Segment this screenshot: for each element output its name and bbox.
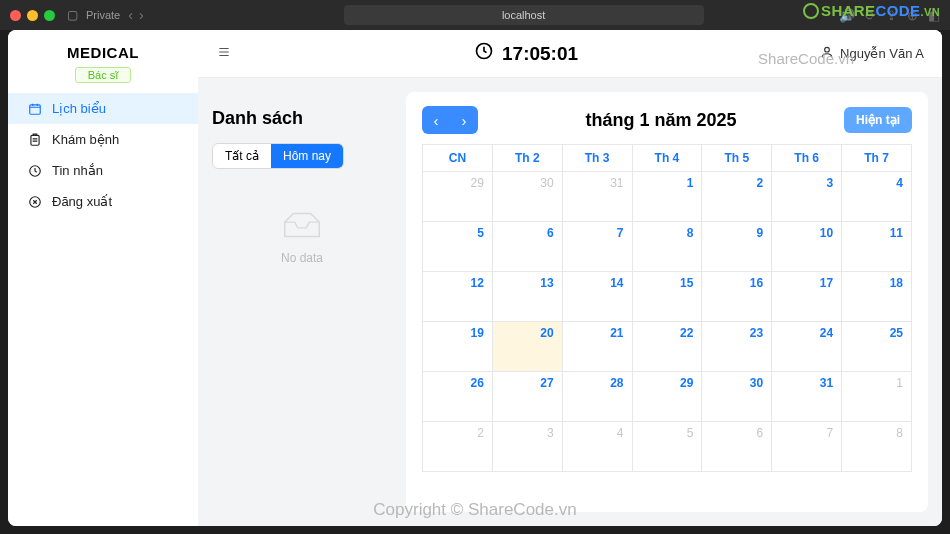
empty-state: No data [212, 209, 392, 265]
calendar-dow: Th 6 [772, 145, 842, 172]
user-name: Nguyễn Văn A [840, 46, 924, 61]
calendar-dow: Th 4 [632, 145, 702, 172]
calendar-day[interactable]: 6 [702, 422, 772, 472]
calendar-day[interactable]: 30 [702, 372, 772, 422]
calendar-day[interactable]: 28 [562, 372, 632, 422]
today-button[interactable]: Hiện tại [844, 107, 912, 133]
sidebar-item-logout[interactable]: Đăng xuất [8, 186, 198, 217]
calendar-day[interactable]: 19 [423, 322, 493, 372]
calendar-day[interactable]: 9 [702, 222, 772, 272]
calendar-day[interactable]: 6 [492, 222, 562, 272]
sidebar-item-label: Đăng xuất [52, 194, 112, 209]
calendar-day[interactable]: 11 [842, 222, 912, 272]
next-month-button[interactable]: › [450, 106, 478, 134]
calendar-day[interactable]: 4 [562, 422, 632, 472]
calendar-day[interactable]: 2 [702, 172, 772, 222]
sidebar-item-label: Khám bệnh [52, 132, 119, 147]
calendar-day[interactable]: 30 [492, 172, 562, 222]
calendar-dow: CN [423, 145, 493, 172]
calendar-day[interactable]: 1 [632, 172, 702, 222]
svg-point-5 [825, 47, 830, 52]
calendar-day[interactable]: 8 [632, 222, 702, 272]
role-badge: Bác sĩ [75, 67, 131, 83]
clock-time: 17:05:01 [502, 43, 578, 65]
sharecode-logo: SHARECODE.VN [803, 2, 940, 19]
calendar-day[interactable]: 5 [632, 422, 702, 472]
filter-all-button[interactable]: Tất cả [213, 144, 271, 168]
user-icon [820, 45, 834, 62]
calendar-day[interactable]: 26 [423, 372, 493, 422]
calendar-day[interactable]: 13 [492, 272, 562, 322]
minimize-window-icon[interactable] [27, 10, 38, 21]
logout-icon [28, 195, 42, 209]
main-area: 17:05:01 Nguyễn Văn A Danh sách Tất cả H… [198, 30, 942, 526]
svg-rect-1 [31, 135, 39, 145]
calendar-day[interactable]: 2 [423, 422, 493, 472]
empty-text: No data [212, 251, 392, 265]
calendar-dow: Th 5 [702, 145, 772, 172]
calendar-day[interactable]: 25 [842, 322, 912, 372]
sidebar-toggle-icon[interactable]: ▢ [67, 8, 78, 22]
calendar-day[interactable]: 7 [562, 222, 632, 272]
menu-toggle-icon[interactable] [216, 45, 232, 62]
sidebar-item-messages[interactable]: Tin nhắn [8, 155, 198, 186]
calendar-day[interactable]: 7 [772, 422, 842, 472]
list-filter-segment: Tất cả Hôm nay [212, 143, 344, 169]
back-icon[interactable]: ‹ [128, 7, 133, 23]
clock-icon [474, 41, 494, 66]
calendar-day[interactable]: 1 [842, 372, 912, 422]
list-pane: Danh sách Tất cả Hôm nay No data [212, 92, 392, 512]
calendar-day[interactable]: 29 [632, 372, 702, 422]
calendar-day[interactable]: 15 [632, 272, 702, 322]
user-menu[interactable]: Nguyễn Văn A [820, 45, 924, 62]
svg-rect-0 [30, 104, 41, 113]
maximize-window-icon[interactable] [44, 10, 55, 21]
calendar-day[interactable]: 31 [562, 172, 632, 222]
calendar-day[interactable]: 14 [562, 272, 632, 322]
calendar-day[interactable]: 4 [842, 172, 912, 222]
address-bar[interactable]: localhost [344, 5, 704, 25]
content: Danh sách Tất cả Hôm nay No data [198, 78, 942, 526]
calendar-nav: ‹ › [422, 106, 478, 134]
calendar-dow: Th 3 [562, 145, 632, 172]
forward-icon[interactable]: › [139, 7, 144, 23]
topbar: 17:05:01 Nguyễn Văn A [198, 30, 942, 78]
filter-today-button[interactable]: Hôm nay [271, 144, 343, 168]
calendar-day[interactable]: 8 [842, 422, 912, 472]
prev-month-button[interactable]: ‹ [422, 106, 450, 134]
calendar-day[interactable]: 21 [562, 322, 632, 372]
calendar-day[interactable]: 3 [492, 422, 562, 472]
private-label: Private [86, 9, 120, 21]
month-title: tháng 1 năm 2025 [478, 110, 844, 131]
calendar-dow: Th 7 [842, 145, 912, 172]
list-title: Danh sách [212, 108, 392, 129]
calendar-day[interactable]: 10 [772, 222, 842, 272]
calendar-card: ‹ › tháng 1 năm 2025 Hiện tại CNTh 2Th 3… [406, 92, 928, 512]
calendar-day[interactable]: 24 [772, 322, 842, 372]
close-window-icon[interactable] [10, 10, 21, 21]
calendar-day[interactable]: 16 [702, 272, 772, 322]
calendar-day[interactable]: 31 [772, 372, 842, 422]
sidebar-item-label: Lịch biểu [52, 101, 106, 116]
calendar-day[interactable]: 29 [423, 172, 493, 222]
window-controls [10, 10, 55, 21]
calendar-day[interactable]: 18 [842, 272, 912, 322]
calendar-dow: Th 2 [492, 145, 562, 172]
clipboard-icon [28, 133, 42, 147]
calendar-day[interactable]: 5 [423, 222, 493, 272]
empty-icon [279, 209, 325, 241]
calendar-day[interactable]: 27 [492, 372, 562, 422]
calendar-header: ‹ › tháng 1 năm 2025 Hiện tại [422, 106, 912, 134]
calendar-day[interactable]: 23 [702, 322, 772, 372]
sidebar-item-schedule[interactable]: Lịch biểu [8, 93, 198, 124]
calendar-day[interactable]: 3 [772, 172, 842, 222]
message-icon [28, 164, 42, 178]
calendar-icon [28, 102, 42, 116]
calendar-day[interactable]: 22 [632, 322, 702, 372]
sidebar-item-exam[interactable]: Khám bệnh [8, 124, 198, 155]
calendar-day[interactable]: 20 [492, 322, 562, 372]
calendar-day[interactable]: 12 [423, 272, 493, 322]
calendar-grid: CNTh 2Th 3Th 4Th 5Th 6Th 7 2930311234567… [422, 144, 912, 472]
calendar-day[interactable]: 17 [772, 272, 842, 322]
app-window: MEDICAL Bác sĩ Lịch biểu Khám bệnh Tin n… [8, 30, 942, 526]
